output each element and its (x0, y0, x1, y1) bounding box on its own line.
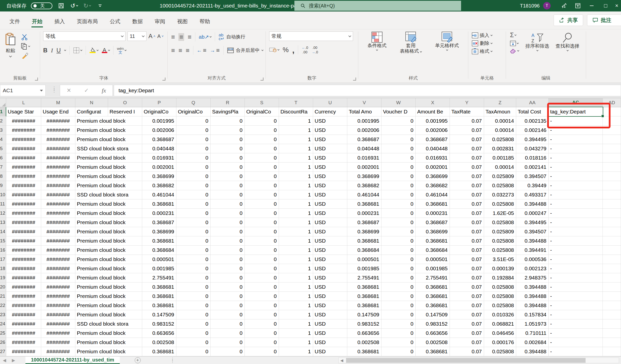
cell[interactable]: 0.368699 (142, 227, 176, 236)
cell[interactable]: 0.493317 (516, 190, 549, 199)
cell[interactable]: 0.461044 (142, 190, 176, 199)
cell[interactable]: USD (313, 264, 347, 273)
cell[interactable]: ######## (6, 301, 41, 310)
cell[interactable]: - (549, 209, 603, 218)
cell[interactable]: 0 (211, 218, 245, 227)
cell[interactable]: ######## (41, 181, 75, 190)
cell[interactable]: ######## (41, 292, 75, 301)
cell[interactable]: 0.394495 (516, 218, 549, 227)
cell[interactable]: 0 (176, 181, 211, 190)
clipboard-dialog-launcher[interactable] (35, 78, 38, 81)
decrease-indent-icon[interactable]: ←≡ (197, 47, 207, 54)
cell[interactable]: 0.07 (450, 218, 484, 227)
cell[interactable]: - (549, 153, 603, 163)
cell[interactable]: 1 (279, 199, 313, 209)
row-header-17[interactable]: 17 (0, 255, 6, 264)
cell[interactable]: 0 (381, 319, 416, 329)
comments-button[interactable]: 批注 (587, 14, 621, 26)
cell[interactable]: ######## (6, 209, 41, 218)
cell[interactable]: 0.001985 (416, 264, 450, 273)
cell[interactable]: 0.368687 (347, 218, 381, 227)
cell[interactable]: - (549, 236, 603, 246)
row-header-16[interactable]: 16 (0, 246, 6, 255)
align-right-icon[interactable]: ≡ (186, 47, 189, 54)
cell[interactable]: 0.07 (450, 153, 484, 163)
cell[interactable]: 0.368681 (347, 347, 381, 356)
cell[interactable]: 1 (279, 218, 313, 227)
row-header-13[interactable]: 13 (0, 218, 6, 227)
format-painter-icon[interactable] (21, 52, 28, 59)
row-header-21[interactable]: 21 (0, 292, 6, 301)
cell[interactable]: Premium cloud block (75, 163, 142, 172)
cell[interactable]: 0.368682 (416, 181, 450, 190)
cell[interactable]: 0 (211, 255, 245, 264)
cell[interactable]: 0 (211, 144, 245, 153)
row-header-24[interactable]: 24 (0, 319, 6, 329)
row-header-14[interactable]: 14 (0, 227, 6, 236)
cell[interactable]: 0 (211, 301, 245, 310)
row-header-26[interactable]: 26 (0, 338, 6, 347)
cell[interactable]: 1 (279, 190, 313, 199)
accounting-format-button[interactable] (269, 47, 279, 53)
cell[interactable]: 0 (381, 273, 416, 282)
cell[interactable]: 0 (211, 310, 245, 319)
cell[interactable]: USD (313, 273, 347, 282)
cell[interactable]: 0 (381, 292, 416, 301)
column-header-AD[interactable]: AD (603, 98, 621, 107)
cell[interactable]: ######## (41, 347, 75, 356)
cell[interactable]: Premium cloud block (75, 310, 142, 319)
cell[interactable]: 0 (245, 126, 279, 135)
cell[interactable]: 0 (381, 172, 416, 181)
cell[interactable]: 0 (381, 163, 416, 172)
cell[interactable]: ######## (41, 310, 75, 319)
cell[interactable]: 0 (381, 347, 416, 356)
cell[interactable]: ######## (6, 319, 41, 329)
row-header-10[interactable]: 10 (0, 190, 6, 199)
cell[interactable]: 0 (211, 292, 245, 301)
cell[interactable]: 0 (211, 209, 245, 218)
cell[interactable]: Premium cloud block (75, 153, 142, 163)
cell[interactable]: 0 (245, 236, 279, 246)
cell[interactable]: - (549, 172, 603, 181)
row-header-20[interactable]: 20 (0, 282, 6, 292)
cell[interactable]: 0.368681 (416, 301, 450, 310)
cell[interactable]: 0.001995 (416, 116, 450, 126)
cell[interactable]: 0 (381, 199, 416, 209)
scrollbar-thumb[interactable] (346, 358, 586, 363)
cell[interactable]: 0.000139 (484, 264, 516, 273)
row-header-19[interactable]: 19 (0, 273, 6, 282)
tab-帮助[interactable]: 帮助 (194, 18, 216, 29)
cell[interactable]: 1 (279, 282, 313, 292)
tab-页面布局[interactable]: 页面布局 (71, 18, 104, 29)
cell[interactable]: - (549, 282, 603, 292)
cell[interactable]: 0.663656 (416, 329, 450, 338)
avatar[interactable]: T (543, 2, 551, 9)
tab-文件[interactable]: 文件 (3, 18, 26, 29)
cell[interactable]: 0.368681 (416, 199, 450, 209)
cell[interactable]: 0.07 (450, 144, 484, 153)
cell[interactable]: Premium cloud block (75, 236, 142, 246)
cell[interactable]: 0.025808 (484, 236, 516, 246)
cell[interactable]: 0.07 (450, 338, 484, 347)
row-header-15[interactable]: 15 (0, 236, 6, 246)
cell[interactable]: ######## (41, 126, 75, 135)
cell[interactable]: 0.394495 (516, 135, 549, 144)
cell[interactable]: 0 (381, 153, 416, 163)
column-header-V[interactable]: V (347, 98, 381, 107)
cell[interactable]: USD (313, 199, 347, 209)
cell[interactable]: 0.07 (450, 347, 484, 356)
formula-bar-handle[interactable]: ⋮⋮ (52, 87, 56, 92)
name-box[interactable]: AC1 (0, 85, 46, 96)
cell[interactable]: ######## (6, 292, 41, 301)
cell[interactable] (603, 236, 621, 246)
autosum-button[interactable]: Σ (510, 31, 519, 39)
cell[interactable]: 0 (245, 246, 279, 255)
cell-T1[interactable]: DiscountRa (279, 107, 313, 116)
undo-icon[interactable]: ↺ (70, 1, 78, 10)
cell[interactable]: 0.001185 (484, 153, 516, 163)
cell[interactable]: ######## (6, 126, 41, 135)
cell[interactable]: 0.368699 (347, 227, 381, 236)
cell[interactable]: 1.62E-05 (484, 209, 516, 218)
cell[interactable]: ######## (6, 227, 41, 236)
column-header-X[interactable]: X (416, 98, 450, 107)
